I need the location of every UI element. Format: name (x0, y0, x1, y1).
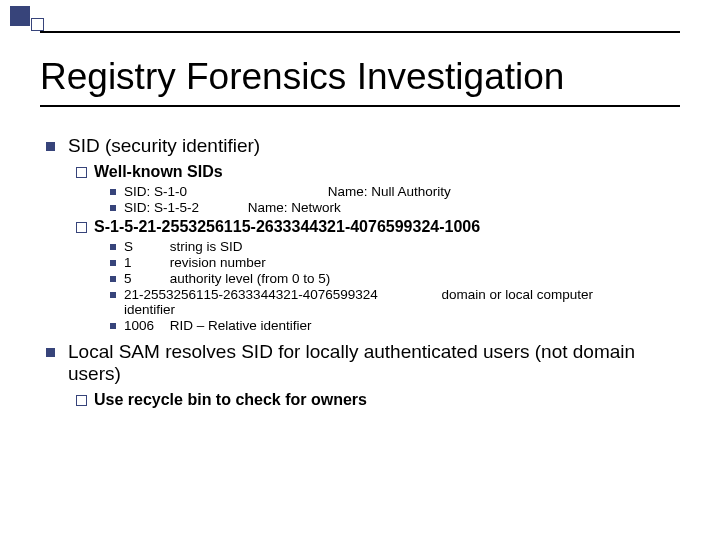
sid-name: Name: Null Authority (328, 184, 451, 199)
bullet-sid: SID (security identifier) (40, 135, 690, 157)
sub-text: Well-known SIDs (94, 163, 223, 180)
slide-decoration (10, 6, 47, 30)
title-divider (40, 105, 680, 107)
part-desc: authority level (from 0 to 5) (170, 271, 331, 286)
hollow-square-bullet-icon (76, 395, 87, 406)
small-square-bullet-icon (110, 260, 116, 266)
part-key: 1006 (124, 318, 166, 333)
slide-body: SID (security identifier) Well-known SID… (40, 135, 690, 412)
decor-box-filled (10, 6, 30, 26)
hollow-square-bullet-icon (76, 167, 87, 178)
sid-row-2: SID: S-1-5-2 Name: Network (40, 200, 690, 215)
sid-key: SID: S-1-0 (124, 184, 234, 199)
sid-part-5: 1006 RID – Relative identifier (40, 318, 690, 333)
part-desc: string is SID (170, 239, 243, 254)
small-square-bullet-icon (110, 205, 116, 211)
sid-part-4: 21-2553256115-2633344321-4076599324 doma… (40, 287, 690, 317)
slide-title: Registry Forensics Investigation (40, 56, 564, 98)
bullet-localsam: Local SAM resolves SID for locally authe… (40, 341, 690, 385)
sid-part-2: 1 revision number (40, 255, 690, 270)
small-square-bullet-icon (110, 323, 116, 329)
small-square-bullet-icon (110, 189, 116, 195)
sid-part-1: S string is SID (40, 239, 690, 254)
sub-wellknown: Well-known SIDs (40, 163, 690, 181)
square-bullet-icon (46, 348, 55, 357)
sid-row-1: SID: S-1-0 Name: Null Authority (40, 184, 690, 199)
top-divider (40, 31, 680, 33)
sid-key: SID: S-1-5-2 (124, 200, 234, 215)
bullet-text: SID (security identifier) (68, 135, 260, 156)
small-square-bullet-icon (110, 244, 116, 250)
part-key: 21-2553256115-2633344321-4076599324 (124, 287, 378, 302)
part-desc: revision number (170, 255, 266, 270)
part-key: S (124, 239, 166, 254)
sid-part-3: 5 authority level (from 0 to 5) (40, 271, 690, 286)
hollow-square-bullet-icon (76, 222, 87, 233)
decor-box-outline (31, 18, 44, 31)
sub-recycle: Use recycle bin to check for owners (40, 391, 690, 409)
small-square-bullet-icon (110, 292, 116, 298)
part-desc-a: domain or local computer (442, 287, 594, 302)
part-key: 5 (124, 271, 166, 286)
part-key: 1 (124, 255, 166, 270)
square-bullet-icon (46, 142, 55, 151)
bullet-text: Local SAM resolves SID for locally authe… (68, 341, 635, 384)
small-square-bullet-icon (110, 276, 116, 282)
sub-text: Use recycle bin to check for owners (94, 391, 367, 408)
part-desc-b: identifier (124, 302, 175, 317)
sub-example-sid: S-1-5-21-2553256115-2633344321-407659932… (40, 218, 690, 236)
sub-text: S-1-5-21-2553256115-2633344321-407659932… (94, 218, 480, 235)
sid-name: Name: Network (248, 200, 341, 215)
part-desc: RID – Relative identifier (170, 318, 312, 333)
